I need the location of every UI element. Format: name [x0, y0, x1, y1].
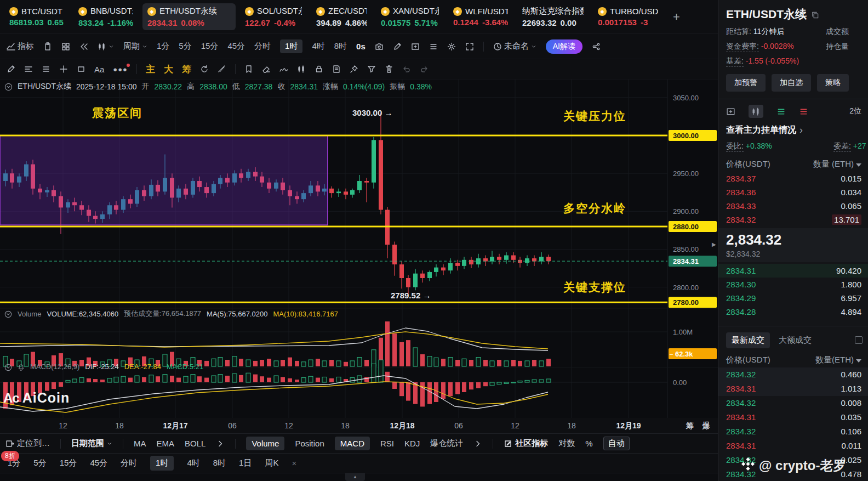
ticker-wlfi-usdt[interactable]: ◆WLFI/USDT0.1244-3.64%	[448, 4, 513, 30]
note-button[interactable]	[332, 65, 341, 73]
btf-1h[interactable]: 1时	[150, 456, 174, 471]
bid-row[interactable]: 2834.3190.420	[718, 264, 868, 278]
bell-icon[interactable]	[18, 363, 25, 371]
text-tool-button[interactable]: Aa	[94, 65, 104, 74]
ticker-btc-usdt[interactable]: ◆BTC/USDT86819.030.65	[4, 4, 69, 30]
strategy-button[interactable]: 策略	[817, 74, 849, 92]
ticker-xan-usdt-[interactable]: ◆XAN/USDT永续0.015755.71%	[376, 3, 444, 30]
percent-scale-toggle[interactable]: %	[585, 439, 592, 448]
tf-8h[interactable]: 8时	[334, 41, 347, 52]
measure-button[interactable]	[218, 65, 226, 73]
add-watchlist-button[interactable]: 加自选	[772, 74, 811, 92]
tf-5min[interactable]: 5分	[179, 41, 191, 52]
axis-toggle-爆[interactable]: 爆	[703, 421, 710, 431]
tf-45min[interactable]: 45分	[227, 41, 245, 52]
tf-4h[interactable]: 4时	[312, 41, 324, 52]
more-sub-indicators[interactable]	[473, 439, 482, 448]
tf-timeline[interactable]: 分时	[254, 41, 271, 52]
period-dropdown[interactable]: 周期	[123, 41, 147, 52]
ask-row[interactable]: 2834.360.034	[726, 185, 868, 199]
chevron-circle-icon[interactable]	[4, 363, 12, 371]
ask-row[interactable]: 2834.330.065	[726, 199, 868, 213]
refresh-button[interactable]	[200, 65, 209, 73]
redo-button[interactable]	[420, 65, 429, 73]
pin-button[interactable]	[350, 65, 358, 73]
trades-filter-checkbox[interactable]	[855, 336, 863, 344]
chip-distribution-toggle[interactable]: 筹	[182, 63, 191, 76]
fullscreen-button[interactable]	[465, 42, 474, 51]
large-view-toggle[interactable]: 大	[164, 63, 173, 76]
share-button[interactable]	[592, 42, 601, 51]
ask-row[interactable]: 2834.370.015	[726, 172, 868, 185]
chevron-circle-icon[interactable]	[4, 309, 12, 318]
multi-chart-button[interactable]	[61, 42, 70, 51]
rect-tool-button[interactable]	[77, 65, 85, 73]
indicator-liquidation[interactable]: 爆仓统计	[430, 438, 463, 449]
ticker-eth-usdt-[interactable]: ◆ETH/USDT永续2834.310.08%	[142, 3, 236, 30]
decimals-dropdown[interactable]: 2位	[849, 106, 861, 116]
more-tools-button[interactable]: ●●●	[113, 65, 128, 73]
hline-tool-button[interactable]	[24, 65, 33, 73]
community-indicators-button[interactable]: 社区指标	[504, 438, 548, 449]
lock-button[interactable]	[315, 65, 323, 73]
ticker-zec-usdt-[interactable]: ◆ZEC/USDT永续394.894.86%	[311, 3, 372, 30]
panel-collapse-arrow[interactable]: ▶	[712, 241, 716, 247]
macd-indicator-name[interactable]: MACD(12,26,9)	[30, 363, 79, 371]
time-axis[interactable]: 121812月1706121812月1806121812月19筹爆	[0, 418, 718, 433]
indicator-ema[interactable]: EMA	[157, 439, 175, 448]
indicators-button[interactable]: 指标	[7, 41, 34, 52]
chart-type-button[interactable]	[98, 42, 114, 51]
bid-row[interactable]: 2834.301.800	[726, 278, 868, 291]
countdown-label[interactable]: 0s	[356, 42, 366, 51]
bid-row[interactable]: 2834.284.894	[726, 305, 868, 319]
draw-button[interactable]	[393, 42, 402, 51]
indicator-volume[interactable]: Volume	[246, 437, 284, 450]
btf-15min[interactable]: 15分	[60, 458, 77, 468]
trades-qty-col[interactable]: 数量(ETH)	[815, 355, 861, 365]
date-range-dropdown[interactable]: 日期范围	[71, 438, 112, 449]
collapse-handle[interactable]: ▲	[345, 473, 365, 481]
parallel-tool-button[interactable]	[42, 65, 50, 73]
ticker--[interactable]: 纳斯达克综合指数22693.320.00	[517, 3, 589, 30]
ai-analysis-button[interactable]: AI解读	[546, 39, 583, 54]
copy-icon[interactable]	[811, 8, 819, 21]
btf-5min[interactable]: 5分	[33, 458, 46, 468]
cross-tool-button[interactable]	[59, 65, 68, 73]
btf-45min[interactable]: 45分	[90, 458, 107, 468]
main-orders-link[interactable]: 查看主力挂单情况 ›	[726, 125, 868, 136]
more-main-indicators[interactable]	[216, 439, 225, 448]
tab-large-trades[interactable]: 大额成交	[779, 335, 812, 346]
indicator-rsi[interactable]: RSI	[380, 439, 394, 448]
orderbook-depth-icon[interactable]	[749, 105, 763, 118]
btf-1d[interactable]: 1日	[239, 458, 252, 468]
undo-button[interactable]	[402, 65, 411, 73]
btf-8h[interactable]: 8时	[213, 458, 226, 468]
settings-button[interactable]	[447, 42, 456, 51]
add-ticker-button[interactable]: +	[667, 10, 686, 24]
brush-button[interactable]	[279, 65, 288, 73]
add-alert-button[interactable]: 加预警	[726, 74, 766, 92]
bookmark-button[interactable]	[244, 65, 253, 73]
axis-toggle-筹[interactable]: 筹	[686, 421, 694, 431]
btf-1w[interactable]: 周K	[265, 458, 278, 468]
add-pane-icon[interactable]	[726, 106, 735, 116]
asks-only-icon[interactable]	[799, 106, 808, 116]
ask-row[interactable]: 2834.3213.701	[726, 213, 868, 227]
filter-button[interactable]	[367, 65, 376, 73]
watchlist-button[interactable]	[429, 42, 438, 51]
eraser-button[interactable]	[262, 65, 271, 73]
btf-timeline[interactable]: 分时	[121, 458, 137, 468]
indicator-macd[interactable]: MACD	[335, 437, 370, 450]
locate-button[interactable]: 定位到…	[5, 438, 50, 449]
ticker-bnb-usdt-[interactable]: ◆BNB/USDT永续833.24-1.16%	[73, 3, 138, 30]
indicator-kdj[interactable]: KDJ	[404, 439, 420, 448]
indicator-ma[interactable]: MA	[134, 439, 146, 448]
screenshot-button[interactable]	[375, 42, 384, 51]
candle-mark-button[interactable]	[297, 65, 306, 73]
bid-row[interactable]: 2834.296.957	[726, 291, 868, 305]
draw-line-button[interactable]	[7, 65, 15, 73]
auto-scale-toggle[interactable]: 自动	[603, 437, 630, 450]
btf-close[interactable]: ×	[292, 459, 296, 468]
volume-indicator-name[interactable]: Volume	[18, 310, 41, 318]
orderbook-qty-col[interactable]: 数量 (ETH)	[813, 159, 861, 169]
